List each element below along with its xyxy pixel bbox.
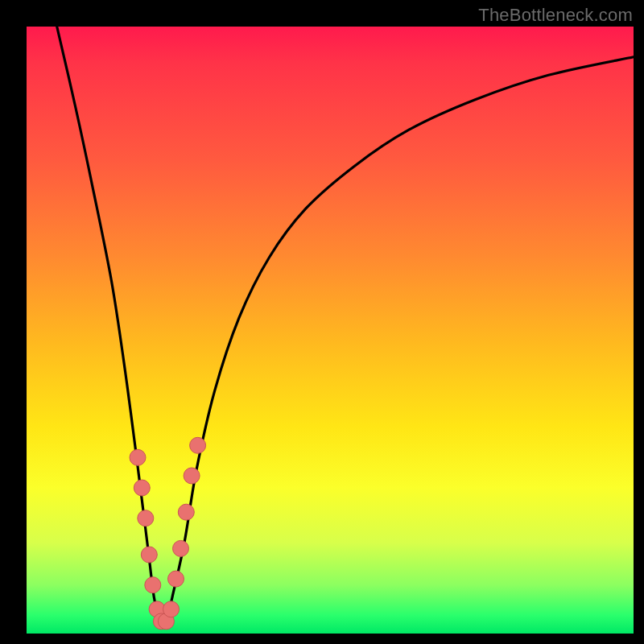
highlight-dot — [190, 437, 206, 453]
highlight-dot — [134, 480, 150, 496]
curve-layer — [27, 27, 634, 634]
highlight-dot — [178, 504, 194, 520]
highlight-dot — [184, 468, 200, 484]
highlight-dot — [141, 547, 157, 563]
highlight-dots — [130, 437, 206, 630]
bottleneck-curve — [57, 27, 634, 625]
plot-area — [27, 27, 634, 634]
highlight-dot — [130, 449, 146, 465]
chart-frame: TheBottleneck.com — [0, 0, 644, 644]
highlight-dot — [173, 540, 189, 556]
highlight-dot — [163, 601, 180, 617]
watermark-text: TheBottleneck.com — [478, 5, 633, 26]
highlight-dot — [138, 510, 154, 526]
highlight-dot — [145, 577, 161, 593]
highlight-dot — [168, 571, 184, 587]
